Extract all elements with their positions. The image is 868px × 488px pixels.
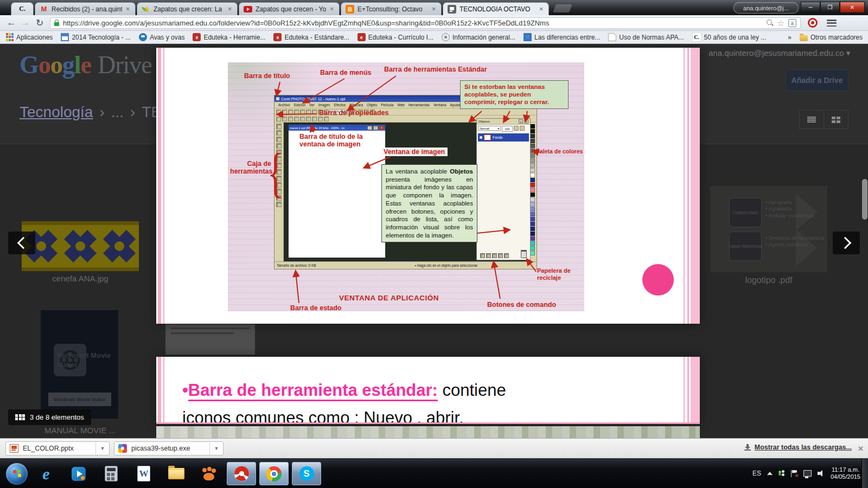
close-icon[interactable]: ✕ [329, 6, 335, 12]
tab-youtube[interactable]: Zapatos que crecen - You ✕ [239, 2, 340, 15]
tab-tecnologia-octavo-active[interactable]: TECNOLOGIA OCTAVO ✕ [443, 2, 549, 15]
grid-icon [832, 117, 840, 123]
caption-cenefa: cenefa ANA.jpg [22, 274, 139, 283]
color-swatch [530, 212, 535, 216]
profile-button[interactable]: ana.quintero@j... [733, 2, 799, 14]
close-icon[interactable]: ✕ [227, 6, 233, 12]
network-tray-icon[interactable] [803, 470, 812, 477]
tab-blogger[interactable]: B E+Tconsulting: Octavo ✕ [341, 2, 442, 15]
hidden-icons-chevron[interactable] [767, 472, 773, 475]
close-icon[interactable]: ✕ [539, 6, 544, 12]
volume-tray-icon[interactable] [818, 470, 825, 477]
close-icon[interactable]: ✕ [431, 6, 437, 12]
opacity-field: 100 [502, 126, 513, 132]
system-tray: ES 11:17 a.m. 04/05/2015 [752, 459, 860, 488]
back-button[interactable]: ← [4, 16, 18, 29]
taskbar-paint-app[interactable] [194, 462, 224, 485]
download-dropdown-icon[interactable]: ▼ [95, 442, 109, 455]
address-bar[interactable]: https://drive.google.com/a/jesusmariamed… [50, 17, 801, 29]
close-window-button[interactable]: ✕ [840, 2, 865, 13]
show-desktop-button[interactable] [861, 459, 868, 488]
download-el-color[interactable]: EL_COLOR.pptx ▼ [5, 441, 110, 455]
label-ventana-de-imagen: Ventana de imagen [381, 147, 448, 156]
download-dropdown-icon[interactable]: ▼ [209, 442, 223, 455]
drive-doc-icon [448, 5, 456, 14]
color-swatch [530, 158, 535, 163]
taskbar-internet-explorer[interactable]: e [31, 462, 61, 485]
minimize-button[interactable]: ─ [801, 2, 820, 13]
bookmark-eduteka-estandares[interactable]: eEduteka - Estándare... [273, 33, 349, 41]
movie-maker-title: Microsoft Movie Maker [57, 351, 116, 370]
grid-icon [15, 414, 25, 421]
translate-icon[interactable]: a [788, 19, 796, 27]
scrollbar-thumb[interactable] [862, 179, 867, 220]
bookmark-star-icon[interactable]: ☆ [777, 19, 784, 27]
clock[interactable]: 11:17 a.m. 04/05/2015 [831, 466, 860, 480]
previous-slide-button[interactable] [8, 232, 35, 254]
bookmark-informacion-general[interactable]: Información general... [442, 33, 515, 41]
slide-preview-2: •Barra de herramienta estándar: contiene… [156, 357, 700, 424]
menu-item: Archivo [278, 103, 290, 107]
bookmarks-overflow-chevron[interactable]: » [788, 34, 792, 41]
color-swatch [530, 129, 535, 133]
taskbar-word[interactable]: W [129, 462, 158, 485]
taskbar-chrome-active[interactable] [259, 462, 289, 485]
action-center-flag-icon[interactable] [791, 470, 797, 477]
next-slide-button[interactable] [833, 232, 860, 254]
color-swatch [530, 144, 535, 148]
close-downloads-bar-icon[interactable]: ✕ [858, 445, 864, 453]
url-text[interactable]: https://drive.google.com/a/jesusmariamed… [63, 19, 763, 27]
other-bookmarks[interactable]: Otros marcadores [800, 34, 863, 41]
slide-stripe [156, 422, 700, 424]
globe-icon [442, 33, 450, 41]
list-icon [807, 117, 816, 123]
new-tab-button[interactable] [553, 4, 572, 12]
chrome-menu-icon[interactable] [827, 20, 837, 27]
bookmark-avas-y-ovas[interactable]: Avas y ovas [139, 33, 184, 41]
bookmark-50-anos[interactable]: C.50 años de una ley ... [692, 33, 767, 42]
taskbar-media-player[interactable] [64, 462, 93, 485]
view-toggles [799, 110, 848, 129]
thumbnail-cenefa[interactable] [22, 221, 139, 271]
breadcrumb: Tecnología › ... › TE [20, 104, 161, 121]
thumbnail-logotipo-pdf[interactable]: CONDICIONES • Apropiado• Agradable• Refl… [710, 186, 827, 272]
bookmark-2014-tecnologia[interactable]: 2014 Tecnología - ... [61, 33, 131, 41]
slide-stripe [163, 48, 164, 324]
zoom-icon[interactable] [767, 20, 774, 27]
close-icon[interactable]: ✕ [125, 6, 131, 12]
bookmark-aplicaciones[interactable]: Aplicaciones [5, 33, 53, 41]
maximize-button[interactable]: ❐ [820, 2, 840, 13]
pdf-box-caracteristicas: CARACTERISTICAS [729, 232, 762, 261]
bookmark-normas-apa[interactable]: Uso de Normas APA... [608, 33, 684, 41]
reload-button[interactable]: ↻ [33, 16, 47, 29]
language-indicator[interactable]: ES [752, 470, 761, 477]
color-swatch [530, 134, 535, 138]
taskbar-file-explorer[interactable] [162, 462, 191, 485]
show-all-downloads-link[interactable]: Mostrar todas las descargas... [744, 444, 852, 451]
tab-pinned-elcolombiano[interactable]: C. [11, 2, 34, 15]
extension-icon[interactable] [808, 18, 818, 28]
list-view-button[interactable] [800, 111, 824, 129]
account-email[interactable]: ana.quintero@jesusmariamed.edu.co ▾ [709, 48, 850, 58]
bookmark-eduteka-herramientas[interactable]: eEduteka - Herramie... [193, 33, 265, 41]
download-picasa-setup[interactable]: picasa39-setup.exe ▼ [114, 441, 224, 455]
thumbnail-movie-maker[interactable]: Microsoft Movie Maker Windows Movie Make… [41, 310, 118, 419]
tab-gmail[interactable]: M Recibidos (2) - ana.quinter ✕ [35, 2, 136, 15]
sync-tray-icon[interactable] [778, 470, 785, 477]
color-swatch [530, 183, 535, 187]
start-button[interactable] [2, 462, 31, 485]
word-icon: W [137, 466, 150, 481]
skype-icon: S [299, 466, 314, 481]
color-swatch [530, 217, 535, 221]
add-to-drive-button[interactable]: Añadir a Drive [786, 69, 848, 91]
grid-view-button[interactable] [824, 111, 848, 129]
taskbar-calculator[interactable] [97, 462, 126, 485]
forward-button[interactable]: → [18, 16, 33, 29]
tab-zapatos-web[interactable]: Zapatos que crecen: La sa ✕ [137, 2, 238, 15]
breadcrumb-root-link[interactable]: Tecnología [20, 104, 93, 121]
taskbar-photoscape[interactable] [227, 462, 256, 485]
bookmark-eduteka-curriculo[interactable]: eEduteka - Currículo I... [358, 33, 433, 41]
bookmark-las-diferencias[interactable]: ∷Las diferencias entre... [524, 33, 600, 41]
browser-toolbar: ← → ↻ https://drive.google.com/a/jesusma… [0, 15, 868, 31]
taskbar-skype[interactable]: S [292, 462, 321, 485]
